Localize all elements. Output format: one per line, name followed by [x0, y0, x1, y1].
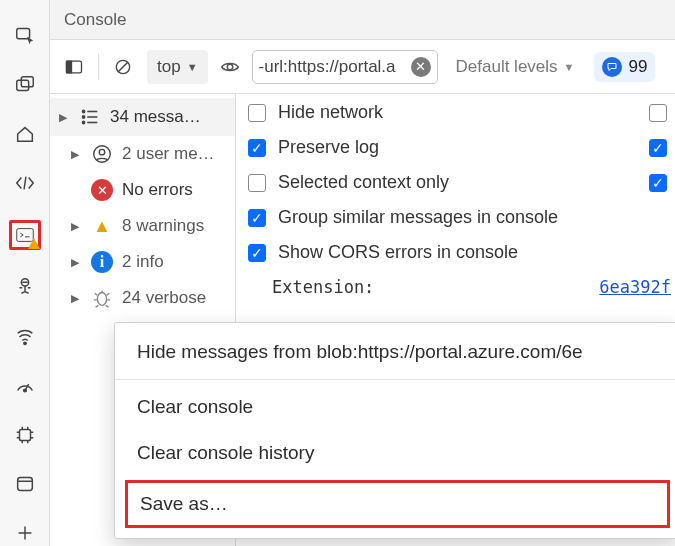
warning-icon: ▲	[90, 214, 114, 238]
panel-title: Console	[64, 10, 126, 30]
group-label: 34 messa…	[110, 107, 227, 127]
chevron-down-icon: ▼	[187, 61, 198, 73]
checkbox[interactable]: ✓	[248, 209, 266, 227]
group-all-messages[interactable]: ▶ 34 messa…	[50, 98, 235, 136]
console-icon[interactable]	[9, 220, 41, 250]
setting-label: Group similar messages in console	[278, 207, 558, 228]
elements-icon[interactable]	[9, 170, 41, 195]
svg-point-5	[23, 342, 25, 344]
memory-icon[interactable]	[9, 422, 41, 447]
setting-group-similar[interactable]: ✓ Group similar messages in console	[248, 207, 671, 228]
expand-icon[interactable]: ▶	[68, 148, 82, 161]
home-icon[interactable]	[9, 121, 41, 146]
menu-hide-messages[interactable]: Hide messages from blob:https://portal.a…	[115, 329, 675, 375]
group-label: 24 verbose	[122, 288, 227, 308]
multiwindow-icon[interactable]	[9, 71, 41, 96]
checkbox[interactable]	[248, 104, 266, 122]
svg-rect-0	[16, 28, 29, 38]
group-errors[interactable]: ▶ ✕ No errors	[50, 172, 235, 208]
setting-preserve-log[interactable]: ✓ Preserve log ✓	[248, 137, 671, 158]
performance-icon[interactable]	[9, 372, 41, 397]
checkbox[interactable]: ✓	[248, 139, 266, 157]
live-expression-icon[interactable]	[218, 55, 242, 79]
checkbox-aux[interactable]: ✓	[649, 174, 667, 192]
error-icon: ✕	[90, 178, 114, 202]
svg-point-6	[23, 389, 26, 392]
expand-icon[interactable]: ▶	[56, 111, 70, 124]
svg-point-18	[97, 293, 106, 306]
sources-icon[interactable]	[9, 274, 41, 299]
filter-text: -url:https://portal.a	[259, 57, 405, 77]
checkbox[interactable]	[248, 174, 266, 192]
svg-rect-7	[19, 429, 30, 440]
inspect-icon[interactable]	[9, 22, 41, 47]
extension-label: Extension:	[272, 277, 374, 297]
expand-icon[interactable]: ▶	[68, 220, 82, 233]
chevron-down-icon: ▼	[564, 61, 575, 73]
issues-chip[interactable]: 99	[594, 52, 655, 82]
checkbox[interactable]: ✓	[248, 244, 266, 262]
setting-selected-context[interactable]: Selected context only ✓	[248, 172, 671, 193]
expand-icon[interactable]: ▶	[68, 256, 82, 269]
group-warnings[interactable]: ▶ ▲ 8 warnings	[50, 208, 235, 244]
group-user-messages[interactable]: ▶ 2 user me…	[50, 136, 235, 172]
application-icon[interactable]	[9, 471, 41, 496]
filter-input[interactable]: -url:https://portal.a ✕	[252, 50, 438, 84]
group-label: 8 warnings	[122, 216, 227, 236]
setting-label: Hide network	[278, 102, 383, 123]
menu-clear-console[interactable]: Clear console	[115, 379, 675, 430]
setting-hide-network[interactable]: Hide network	[248, 102, 671, 123]
expand-icon[interactable]: ▶	[68, 292, 82, 305]
console-toolbar: top ▼ -url:https://portal.a ✕ Default le…	[50, 40, 675, 94]
activity-bar	[0, 0, 50, 546]
message-icon	[602, 57, 622, 77]
info-icon: i	[90, 250, 114, 274]
verbose-icon	[90, 286, 114, 310]
extension-link[interactable]: 6ea392f	[599, 277, 671, 297]
setting-show-cors[interactable]: ✓ Show CORS errors in console	[248, 242, 671, 263]
setting-label: Preserve log	[278, 137, 379, 158]
clear-filter-icon[interactable]: ✕	[411, 57, 431, 77]
setting-label: Show CORS errors in console	[278, 242, 518, 263]
svg-rect-10	[67, 61, 72, 73]
checkbox-aux[interactable]	[649, 104, 667, 122]
user-icon	[90, 142, 114, 166]
context-menu: Hide messages from blob:https://portal.a…	[114, 322, 675, 539]
warning-badge-icon	[28, 238, 40, 249]
extension-row: Extension: 6ea392f	[248, 277, 671, 297]
issues-count: 99	[628, 57, 647, 77]
log-levels-label: Default levels	[456, 57, 558, 77]
menu-save-as[interactable]: Save as…	[125, 480, 670, 528]
group-verbose[interactable]: ▶ 24 verbose	[50, 280, 235, 316]
svg-point-12	[227, 64, 233, 70]
setting-label: Selected context only	[278, 172, 449, 193]
svg-point-17	[99, 149, 105, 155]
group-label: 2 info	[122, 252, 227, 272]
checkbox-aux[interactable]: ✓	[649, 139, 667, 157]
network-icon[interactable]	[9, 323, 41, 348]
svg-point-13	[82, 110, 84, 112]
svg-point-14	[82, 116, 84, 118]
divider	[98, 54, 99, 80]
svg-rect-8	[17, 478, 32, 491]
svg-point-15	[82, 121, 84, 123]
more-tools-icon[interactable]	[9, 521, 41, 546]
svg-rect-1	[16, 80, 28, 90]
log-levels-selector[interactable]: Default levels ▼	[456, 57, 575, 77]
list-icon	[78, 105, 102, 129]
context-selector[interactable]: top ▼	[147, 50, 208, 84]
svg-rect-2	[21, 77, 33, 87]
group-info[interactable]: ▶ i 2 info	[50, 244, 235, 280]
panel-title-bar: Console	[50, 0, 675, 40]
clear-console-icon[interactable]	[109, 53, 137, 81]
group-label: 2 user me…	[122, 144, 227, 164]
context-label: top	[157, 57, 181, 77]
group-label: No errors	[122, 180, 227, 200]
menu-clear-history[interactable]: Clear console history	[115, 430, 675, 476]
toggle-sidebar-icon[interactable]	[60, 53, 88, 81]
